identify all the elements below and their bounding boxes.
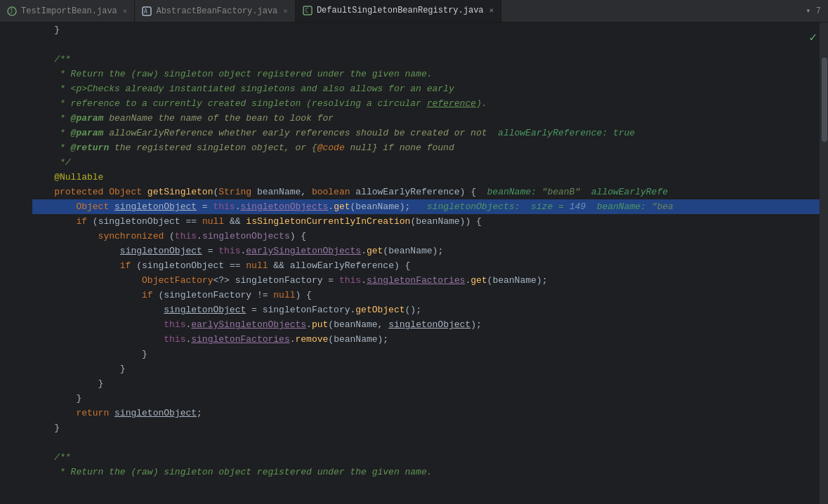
tab-test-import[interactable]: J TestImportBean.java ✕ <box>0 0 135 22</box>
code-line: * Return the (raw) singleton object regi… <box>32 67 820 81</box>
code-line: /** <box>32 52 820 67</box>
code-line: /** <box>32 450 820 465</box>
tab-label: TestImportBean.java <box>21 6 117 16</box>
code-line: this.earlySingletonObjects.put(beanName,… <box>32 317 820 332</box>
code-line: } <box>32 420 820 435</box>
code-line: * @param beanName the name of the bean t… <box>32 111 820 126</box>
code-line: ObjectFactory<?> singletonFactory = this… <box>32 273 820 288</box>
code-line: this.singletonFactories.remove(beanName)… <box>32 332 820 347</box>
code-line: singletonObject = this.earlySingletonObj… <box>32 244 820 258</box>
code-line: } <box>32 362 820 376</box>
code-line: protected Object getSingleton(String bea… <box>32 185 820 199</box>
code-line: } <box>32 22 820 37</box>
svg-text:A: A <box>144 8 147 15</box>
scrollbar[interactable]: ✓ <box>820 22 828 504</box>
code-line: } <box>32 347 820 362</box>
scrollbar-thumb[interactable] <box>822 58 827 142</box>
code-line: } <box>32 376 820 391</box>
editor-container: } /** * Return the (raw) singleton objec… <box>0 22 828 504</box>
code-line: * @return the registered singleton objec… <box>32 140 820 155</box>
tab-close-2[interactable]: ✕ <box>283 6 288 15</box>
tab-bar: J TestImportBean.java ✕ A AbstractBeanFa… <box>0 0 828 22</box>
svg-text:J: J <box>10 8 13 15</box>
tab-default-singleton[interactable]: C DefaultSingletonBeanRegistry.java ✕ <box>296 0 501 22</box>
code-line: synchronized (this.singletonObjects) { <box>32 229 820 244</box>
tab-label: AbstractBeanFactory.java <box>156 6 277 16</box>
code-line: * Return the (raw) singleton object regi… <box>32 465 820 479</box>
java-abstract-icon: A <box>142 6 152 16</box>
code-line: * reference to a currently created singl… <box>32 96 820 111</box>
tab-label: DefaultSingletonBeanRegistry.java <box>317 6 484 15</box>
code-line: singletonObject = singletonFactory.getOb… <box>32 303 820 317</box>
code-line: @Nullable <box>32 170 820 185</box>
code-line: return singletonObject; <box>32 406 820 420</box>
code-line: } <box>32 391 820 406</box>
code-line: if (singletonObject == null && isSinglet… <box>32 214 820 229</box>
java-test-icon: J <box>7 6 17 16</box>
java-class-icon: C <box>303 6 313 15</box>
code-line: */ <box>32 155 820 170</box>
checkmark-icon: ✓ <box>809 29 817 45</box>
svg-text:C: C <box>305 8 308 14</box>
code-line: * <p>Checks already instantiated singlet… <box>32 81 820 96</box>
code-line: * @param allowEarlyReference whether ear… <box>32 126 820 140</box>
code-line: if (singletonObject == null && allowEarl… <box>32 258 820 273</box>
code-line-executing: Object singletonObject = this.singletonO… <box>32 199 820 214</box>
tab-close-1[interactable]: ✕ <box>123 6 128 15</box>
code-line: if (singletonFactory != null) { <box>32 288 820 303</box>
code-line <box>32 435 820 450</box>
line-numbers <box>0 22 29 504</box>
tab-abstract-bean[interactable]: A AbstractBeanFactory.java ✕ <box>135 0 295 22</box>
tab-close-3[interactable]: ✕ <box>489 6 494 15</box>
code-line <box>32 37 820 52</box>
tab-overflow[interactable]: ▾ 7 <box>799 6 828 16</box>
code-area[interactable]: } /** * Return the (raw) singleton objec… <box>29 22 820 504</box>
